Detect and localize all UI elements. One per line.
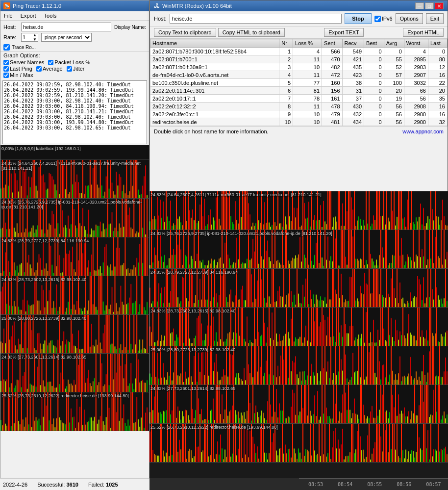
rate-label: Rate: (3, 34, 18, 40)
timeline-bar: 08:5308:5408:5508:5608:5708:5808:5909:00… (299, 478, 448, 490)
cell-last: 22 (428, 79, 447, 87)
menu-export[interactable]: Export (19, 12, 38, 19)
winmtr-maximize-btn[interactable]: □ (425, 2, 434, 9)
col-recv[interactable]: Recv (342, 39, 364, 48)
winmtr-toolbar: Copy Text to clipboard Copy HTML to clip… (150, 26, 448, 39)
table-row[interactable]: 2a02:2e0:3fe:0:c::1 9 10 479 432 0 56 29… (150, 110, 448, 118)
graph-label-4: 25,00% [28,80,2726,13,2739] 82.98.102.40 (1, 316, 86, 321)
cell-nr: 3 (279, 63, 293, 71)
rate-up[interactable]: ▲ (33, 33, 37, 37)
rate-spinner[interactable]: 1 ▲ ▼ (21, 33, 38, 42)
winmtr-exit-btn[interactable]: Exit (426, 13, 444, 24)
cell-worst: 2908 (404, 103, 428, 110)
graph-strip-1: 24,83% [25,76,2726,9,2735] ip-081-210-14… (0, 199, 149, 237)
table-row[interactable]: 2a02:2e0:11:14c::301 6 81 156 31 0 20 66… (150, 87, 448, 95)
cell-sent: 160 (322, 79, 342, 87)
cell-sent: 156 (322, 87, 342, 95)
trace-ro-checkbox[interactable] (3, 44, 10, 51)
cell-avrg: 56 (384, 103, 404, 110)
cell-loss: 77 (293, 79, 322, 87)
winmtr-form: Host: Stop IPv6 Options Exit (150, 11, 448, 26)
rate-value: 1 (23, 34, 25, 40)
check-min-max[interactable]: Min / Max (3, 72, 33, 78)
right-graph-2: 24,83% [28,79,2727,12,2739] 84.116.190.9… (149, 269, 448, 308)
cell-avrg: 57 (384, 71, 404, 79)
col-best[interactable]: Best (364, 39, 384, 48)
rate-unit-select[interactable]: pings per second (41, 33, 92, 42)
col-nr[interactable]: Nr (279, 39, 293, 48)
winmtr-minimize-btn[interactable]: ─ (415, 2, 424, 9)
cell-nr: 1 (279, 48, 293, 55)
col-avrg[interactable]: Avrg (384, 39, 404, 48)
winmtr-host-label: Host: (154, 16, 167, 22)
cell-nr: 6 (279, 87, 293, 95)
pt-host-input[interactable] (21, 23, 111, 31)
col-loss[interactable]: Loss % (293, 39, 322, 48)
winmtr-ipv6-checkbox[interactable] (374, 16, 381, 22)
winmtr-close-btn[interactable]: ✕ (435, 2, 444, 9)
winmtr-stop-btn[interactable]: Stop (345, 13, 371, 24)
table-row[interactable]: 2a02:8071:b780:f300:10:18lf:fe52:58b4 1 … (150, 48, 448, 55)
cell-recv: 423 (342, 71, 364, 79)
graph-label-2: 24,83% [28,79,2727,12,2739] 84.116.190.9… (1, 238, 89, 243)
timeline-label: 08:53 (308, 482, 323, 487)
cell-hostname: 2a02:2e0:10:17::1 (150, 95, 279, 103)
menu-tools[interactable]: Tools (43, 12, 58, 19)
export-html-btn[interactable]: Export HTML (403, 28, 444, 37)
winmtr-table-container[interactable]: Hostname Nr Loss % Sent Recv Best Avrg W… (150, 39, 448, 126)
col-sent[interactable]: Sent (322, 39, 342, 48)
table-row[interactable]: 2a02:8071:b700::1 2 11 470 421 0 55 2895… (150, 55, 448, 63)
graph-strip-5: 24,83% [27,73,2601,13,2614] 82.98.102.65 (0, 354, 149, 392)
copy-html-btn[interactable]: Copy HTML to clipboard (218, 28, 285, 37)
rate-down[interactable]: ▼ (33, 37, 37, 42)
menu-file[interactable]: File (2, 12, 14, 19)
check-server-names[interactable]: Server Names (3, 59, 44, 65)
winmtr-footer-link[interactable]: www.appnor.com (402, 129, 444, 134)
winmtr-host-input[interactable] (170, 14, 342, 24)
check-jitter[interactable]: Jitter (67, 66, 85, 72)
cell-nr: 4 (279, 71, 293, 79)
cell-hostname: redirector.heise.de (150, 118, 279, 126)
cell-worst: 4 (404, 48, 428, 55)
cell-hostname: 2a02:8071:b700::1 (150, 55, 279, 63)
table-row[interactable]: 2a02:2e0:10:17::1 7 78 161 37 0 19 56 35 (150, 95, 448, 103)
graph-options-title: Graph Options: (3, 52, 146, 58)
check-packet-loss[interactable]: Packet Loss % (48, 59, 90, 65)
cell-avrg: 55 (384, 55, 404, 63)
cell-hostname: 2a02:2e0:11:14c::301 (150, 87, 279, 95)
cell-best: 0 (364, 110, 384, 118)
winmtr-options-btn[interactable]: Options (396, 13, 423, 24)
winmtr-titlebar: 🖧 WinMTR (Redux) v1.00 64bit ─ □ ✕ (150, 0, 448, 11)
cell-last: 80 (428, 55, 447, 63)
col-worst[interactable]: Worst (404, 39, 428, 48)
col-last[interactable]: Last (428, 39, 447, 48)
table-row[interactable]: redirector.heise.de 10 10 481 434 0 56 2… (150, 118, 448, 126)
export-text-btn[interactable]: Export TEXT (324, 28, 364, 37)
cell-nr: 5 (279, 79, 293, 87)
cell-recv: 549 (342, 48, 364, 55)
graph-strip-3: 24,83% [28,73,2602,13,2615] 82.98.102.40 (0, 276, 149, 315)
cell-hostname: 2a02:8071:b780:f300:10:18lf:fe52:58b4 (150, 48, 279, 55)
table-row[interactable]: 2a02:2e0:12:32::2 8 11 478 430 0 56 2908… (150, 103, 448, 110)
cell-nr: 9 (279, 110, 293, 118)
cell-hostname: 2a02:2e0:3fe:0:c::1 (150, 110, 279, 118)
copy-text-btn[interactable]: Copy Text to clipboard (154, 28, 216, 37)
graph-label-0: 24,83% [24.64,2607,4,2611] 7111a-mx960-0… (1, 161, 149, 171)
table-row[interactable]: 2a02:8071:b0lf:30a9::1 3 10 482 435 0 52… (150, 63, 448, 71)
pt-bottom-left: 2022-4-26 Successful: 3610 Failed: 1025 (0, 478, 149, 490)
cell-best: 0 (364, 95, 384, 103)
cell-best: 0 (364, 63, 384, 71)
winmtr-ipv6-label[interactable]: IPv6 (374, 16, 393, 22)
cell-loss: 11 (293, 103, 322, 110)
table-row[interactable]: be100.c350l.de.plusline.net 5 77 160 38 … (150, 79, 448, 87)
check-average[interactable]: Average (36, 66, 63, 72)
cell-worst: 2903 (404, 63, 428, 71)
table-row[interactable]: de-fra04d-rc1-lo0-0.v6.aorta.net 4 11 47… (150, 71, 448, 79)
cell-worst: 2900 (404, 118, 428, 126)
cell-loss: 11 (293, 55, 322, 63)
col-hostname[interactable]: Hostname (150, 39, 279, 48)
cell-worst: 2895 (404, 55, 428, 63)
cell-recv: 435 (342, 63, 364, 71)
cell-worst: 56 (404, 95, 428, 103)
check-last-ping[interactable]: Last Ping (3, 66, 32, 72)
